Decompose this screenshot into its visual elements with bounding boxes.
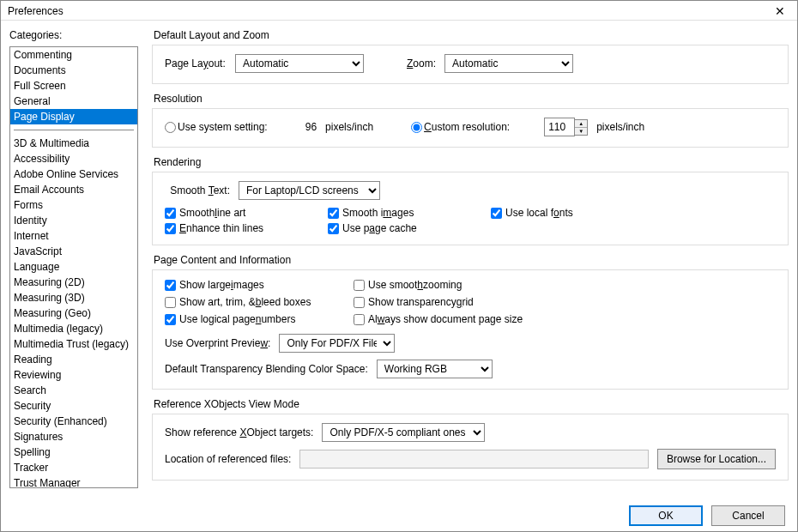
- location-label: Location of referenced files:: [165, 453, 291, 465]
- smooth-text-label: Smooth Text:: [165, 184, 230, 196]
- enhance-thin-lines-checkbox[interactable]: Enhance thin lines: [165, 222, 319, 234]
- category-item[interactable]: Reviewing: [10, 367, 137, 383]
- page-layout-select[interactable]: Automatic: [235, 54, 364, 73]
- category-item[interactable]: Measuring (2D): [10, 275, 137, 290]
- spinner-down-icon[interactable]: ▼: [575, 128, 587, 135]
- xobject-targets-select[interactable]: Only PDF/X-5 compliant ones: [322, 423, 485, 442]
- overprint-label: Use Overprint Preview:: [165, 337, 270, 349]
- category-item[interactable]: Measuring (Geo): [10, 305, 137, 321]
- category-item[interactable]: General: [10, 94, 137, 109]
- category-item[interactable]: Email Accounts: [10, 182, 137, 197]
- pixels-inch-label: pixels/inch: [325, 121, 373, 133]
- smooth-images-checkbox[interactable]: Smooth images: [328, 207, 482, 219]
- zoom-label: Zoom:: [407, 57, 436, 70]
- custom-resolution-input[interactable]: [544, 118, 575, 136]
- category-item[interactable]: Internet: [10, 228, 137, 244]
- group-title-xobjects: Reference XObjects View Mode: [154, 398, 789, 410]
- category-item[interactable]: Trust Manager: [10, 475, 137, 488]
- category-item[interactable]: Accessibility: [10, 151, 137, 166]
- show-large-images-checkbox[interactable]: Show large images: [165, 279, 345, 291]
- location-field: [299, 450, 649, 469]
- xobject-targets-label: Show reference XObject targets:: [165, 426, 313, 438]
- category-item[interactable]: Measuring (3D): [10, 290, 137, 305]
- category-item[interactable]: Multimedia Trust (legacy): [10, 336, 137, 352]
- category-item[interactable]: Search: [10, 383, 137, 398]
- category-item[interactable]: Page Display: [10, 109, 137, 124]
- blending-select[interactable]: Working RGB: [377, 360, 493, 378]
- group-title-layout: Default Layout and Zoom: [154, 29, 789, 41]
- ok-button[interactable]: OK: [629, 505, 703, 526]
- category-item[interactable]: Security: [10, 398, 137, 414]
- category-separator: [14, 130, 134, 130]
- zoom-select[interactable]: Automatic: [444, 54, 573, 73]
- browse-location-button[interactable]: Browse for Location...: [657, 449, 776, 469]
- category-item[interactable]: Language: [10, 259, 137, 275]
- category-item[interactable]: Adobe Online Services: [10, 166, 137, 182]
- custom-resolution-radio[interactable]: Custom resolution:: [411, 121, 510, 133]
- group-title-rendering: Rendering: [154, 156, 789, 168]
- category-item[interactable]: 3D & Multimedia: [10, 136, 137, 151]
- show-art-trim-bleed-checkbox[interactable]: Show art, trim, & bleed boxes: [165, 296, 345, 308]
- blending-label: Default Transparency Blending Color Spac…: [165, 363, 368, 375]
- categories-label: Categories:: [9, 29, 138, 41]
- smooth-text-select[interactable]: For Laptop/LCD screens: [239, 181, 380, 200]
- category-item[interactable]: Documents: [10, 63, 137, 78]
- pixels-inch-label-2: pixels/inch: [596, 121, 644, 133]
- use-logical-page-numbers-checkbox[interactable]: Use logical page numbers: [165, 313, 345, 325]
- use-page-cache-checkbox[interactable]: Use page cache: [328, 222, 482, 234]
- category-item[interactable]: Spelling: [10, 444, 137, 460]
- show-transparency-grid-checkbox[interactable]: Show transparency grid: [354, 296, 577, 308]
- group-title-resolution: Resolution: [154, 93, 789, 105]
- smooth-line-art-checkbox[interactable]: Smooth line art: [165, 207, 319, 219]
- page-layout-label: Page Layout:: [165, 57, 227, 70]
- always-show-page-size-checkbox[interactable]: Always show document page size: [354, 313, 577, 325]
- category-item[interactable]: Signatures: [10, 429, 137, 444]
- spinner-up-icon[interactable]: ▲: [575, 120, 587, 128]
- category-item[interactable]: Tracker: [10, 460, 137, 475]
- cancel-button[interactable]: Cancel: [711, 505, 785, 526]
- group-title-content: Page Content and Information: [154, 254, 789, 266]
- category-item[interactable]: Reading: [10, 352, 137, 367]
- category-item[interactable]: Full Screen: [10, 78, 137, 94]
- category-item[interactable]: Identity: [10, 213, 137, 228]
- use-local-fonts-checkbox[interactable]: Use local fonts: [491, 207, 645, 219]
- categories-list[interactable]: CommentingDocumentsFull ScreenGeneralPag…: [9, 46, 138, 488]
- system-dpi-value: 96: [305, 121, 317, 133]
- overprint-select[interactable]: Only For PDF/X Files: [279, 334, 395, 353]
- category-item[interactable]: JavaScript: [10, 244, 137, 259]
- use-system-radio[interactable]: Use system setting:: [165, 121, 268, 133]
- category-item[interactable]: Multimedia (legacy): [10, 321, 137, 336]
- custom-resolution-spinner[interactable]: ▲▼: [544, 118, 588, 136]
- use-smooth-zooming-checkbox[interactable]: Use smooth zooming: [354, 279, 577, 291]
- close-icon[interactable]: ✕: [771, 4, 789, 18]
- window-title: Preferences: [8, 5, 63, 17]
- category-item[interactable]: Commenting: [10, 47, 137, 63]
- category-item[interactable]: Security (Enhanced): [10, 414, 137, 429]
- category-item[interactable]: Forms: [10, 197, 137, 213]
